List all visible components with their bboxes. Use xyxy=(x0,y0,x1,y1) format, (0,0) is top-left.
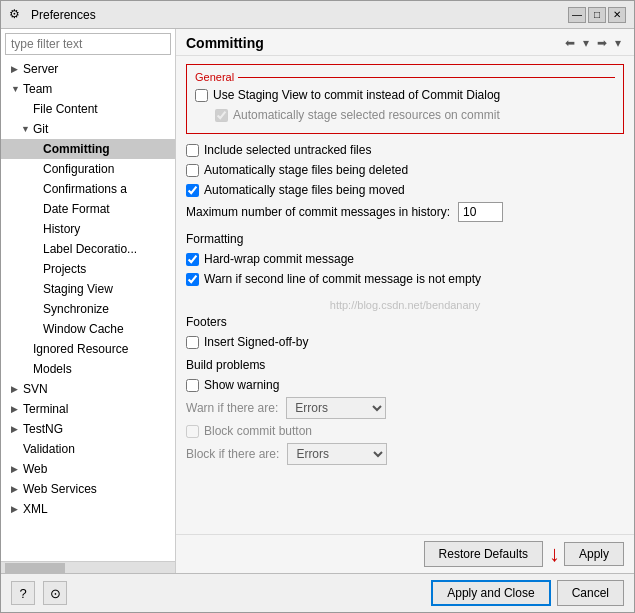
restore-button[interactable]: □ xyxy=(588,7,606,23)
include-untracked-row: Include selected untracked files xyxy=(186,142,624,158)
tree-item-models[interactable]: Models xyxy=(1,359,175,379)
right-header: Committing ⬅ ▾ ➡ ▾ xyxy=(176,29,634,56)
nav-forward-dropdown-button[interactable]: ▾ xyxy=(612,35,624,51)
tree-item-file-content[interactable]: File Content xyxy=(1,99,175,119)
use-staging-label: Use Staging View to commit instead of Co… xyxy=(213,88,500,102)
dialog-title: Preferences xyxy=(31,8,562,22)
include-untracked-checkbox[interactable] xyxy=(186,144,199,157)
tree-item-validation[interactable]: Validation xyxy=(1,439,175,459)
auto-stage-row: Automatically stage selected resources o… xyxy=(215,107,615,123)
tree-item-confirmations[interactable]: Confirmations a xyxy=(1,179,175,199)
auto-stage-moved-label: Automatically stage files being moved xyxy=(204,183,405,197)
tree-label: Synchronize xyxy=(43,302,109,316)
insert-signed-checkbox[interactable] xyxy=(186,336,199,349)
help-icon: ? xyxy=(19,586,26,601)
tree-item-team[interactable]: ▼ Team xyxy=(1,79,175,99)
tree-item-projects[interactable]: Projects xyxy=(1,259,175,279)
help-button[interactable]: ? xyxy=(11,581,35,605)
nav-dropdown-button[interactable]: ▾ xyxy=(580,35,592,51)
tree-label: Staging View xyxy=(43,282,113,296)
horizontal-scrollbar[interactable] xyxy=(1,561,175,573)
block-commit-row: Block commit button xyxy=(186,423,624,439)
insert-signed-label: Insert Signed-off-by xyxy=(204,335,309,349)
tree-item-staging-view[interactable]: Staging View xyxy=(1,279,175,299)
hard-wrap-checkbox[interactable] xyxy=(186,253,199,266)
auto-stage-moved-checkbox[interactable] xyxy=(186,184,199,197)
filter-input[interactable] xyxy=(5,33,171,55)
tree-item-web-services[interactable]: ▶ Web Services xyxy=(1,479,175,499)
tree-item-testng[interactable]: ▶ TestNG xyxy=(1,419,175,439)
tree-item-date-format[interactable]: Date Format xyxy=(1,199,175,219)
tree-item-window-cache[interactable]: Window Cache xyxy=(1,319,175,339)
auto-stage-deleted-row: Automatically stage files being deleted xyxy=(186,162,624,178)
expand-arrow: ▶ xyxy=(11,484,21,494)
tree-label: Server xyxy=(23,62,58,76)
use-staging-checkbox[interactable] xyxy=(195,89,208,102)
tree-item-synchronize[interactable]: Synchronize xyxy=(1,299,175,319)
apply-and-close-button[interactable]: Apply and Close xyxy=(431,580,550,606)
tree-label: Date Format xyxy=(43,202,110,216)
apply-button[interactable]: Apply xyxy=(564,542,624,566)
formatting-section: Formatting Hard-wrap commit message Warn… xyxy=(186,232,624,287)
tree-item-ignored-resource[interactable]: Ignored Resource xyxy=(1,339,175,359)
settings-button[interactable]: ⊙ xyxy=(43,581,67,605)
tree-item-configuration[interactable]: Configuration xyxy=(1,159,175,179)
tree-label: Ignored Resource xyxy=(33,342,128,356)
general-options-section: Include selected untracked files Automat… xyxy=(186,142,624,222)
tree-label: Team xyxy=(23,82,52,96)
tree-item-web[interactable]: ▶ Web xyxy=(1,459,175,479)
warn-second-line-checkbox[interactable] xyxy=(186,273,199,286)
minimize-button[interactable]: — xyxy=(568,7,586,23)
nav-back-button[interactable]: ⬅ xyxy=(562,35,578,51)
apply-with-arrow: ↓ Apply xyxy=(549,541,624,567)
arrow-icon: ↓ xyxy=(549,541,560,567)
block-if-label: Block if there are: xyxy=(186,447,279,461)
nav-forward-button[interactable]: ➡ xyxy=(594,35,610,51)
tree-item-history[interactable]: History xyxy=(1,219,175,239)
warn-if-row: Warn if there are: Errors Warnings xyxy=(186,397,624,419)
tree-item-xml[interactable]: ▶ XML xyxy=(1,499,175,519)
tree-item-committing[interactable]: Committing xyxy=(1,139,175,159)
right-buttons-area: Restore Defaults ↓ Apply xyxy=(176,534,634,573)
tree-item-server[interactable]: ▶ Server xyxy=(1,59,175,79)
auto-stage-moved-row: Automatically stage files being moved xyxy=(186,182,624,198)
warn-if-label: Warn if there are: xyxy=(186,401,278,415)
title-bar: ⚙ Preferences — □ ✕ xyxy=(1,1,634,29)
insert-signed-row: Insert Signed-off-by xyxy=(186,334,624,350)
hard-wrap-row: Hard-wrap commit message xyxy=(186,251,624,267)
tree-item-svn[interactable]: ▶ SVN xyxy=(1,379,175,399)
window-controls: — □ ✕ xyxy=(568,7,626,23)
block-commit-label: Block commit button xyxy=(204,424,312,438)
warn-second-line-label: Warn if second line of commit message is… xyxy=(204,272,481,286)
cancel-button[interactable]: Cancel xyxy=(557,580,624,606)
dialog-footer: ? ⊙ Apply and Close Cancel xyxy=(1,573,634,612)
tree-label: File Content xyxy=(33,102,98,116)
tree-label: Window Cache xyxy=(43,322,124,336)
formatting-heading: Formatting xyxy=(186,232,624,246)
expand-arrow: ▶ xyxy=(11,464,21,474)
expand-arrow: ▶ xyxy=(11,64,21,74)
warn-if-select[interactable]: Errors Warnings xyxy=(286,397,386,419)
block-if-select[interactable]: Errors Warnings xyxy=(287,443,387,465)
build-problems-heading: Build problems xyxy=(186,358,624,372)
restore-defaults-button[interactable]: Restore Defaults xyxy=(424,541,543,567)
tree-label: Label Decoratio... xyxy=(43,242,137,256)
tree-item-label-decorations[interactable]: Label Decoratio... xyxy=(1,239,175,259)
hard-wrap-label: Hard-wrap commit message xyxy=(204,252,354,266)
tree-label: Git xyxy=(33,122,48,136)
right-panel: Committing ⬅ ▾ ➡ ▾ General Use Staging V… xyxy=(176,29,634,573)
tree-item-git[interactable]: ▼ Git xyxy=(1,119,175,139)
tree-label: Projects xyxy=(43,262,86,276)
block-commit-checkbox[interactable] xyxy=(186,425,199,438)
auto-stage-checkbox[interactable] xyxy=(215,109,228,122)
show-warning-checkbox[interactable] xyxy=(186,379,199,392)
tree-label: SVN xyxy=(23,382,48,396)
auto-stage-deleted-checkbox[interactable] xyxy=(186,164,199,177)
right-content: General Use Staging View to commit inste… xyxy=(176,56,634,534)
scrollbar-thumb[interactable] xyxy=(5,563,65,573)
include-untracked-label: Include selected untracked files xyxy=(204,143,371,157)
tree-item-terminal[interactable]: ▶ Terminal xyxy=(1,399,175,419)
max-messages-input[interactable] xyxy=(458,202,503,222)
close-button[interactable]: ✕ xyxy=(608,7,626,23)
tree-label: Validation xyxy=(23,442,75,456)
